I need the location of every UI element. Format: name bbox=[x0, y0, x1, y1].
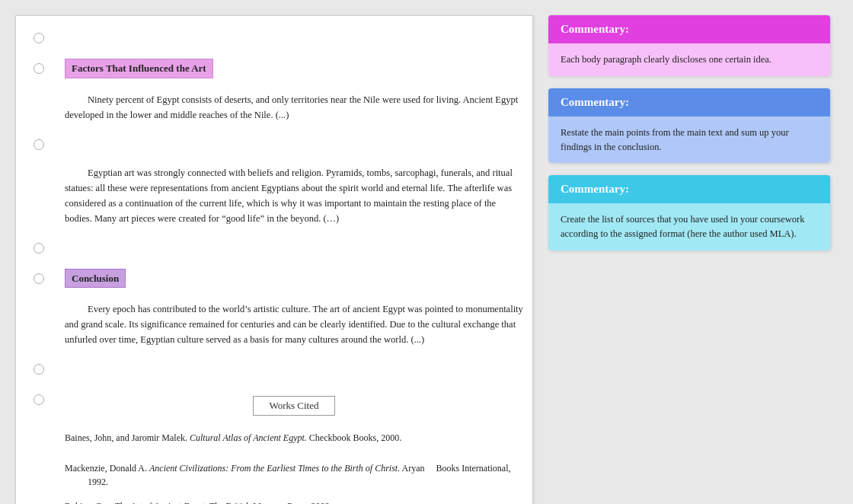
commentary-panel: Commentary: Each body paragraph clearly … bbox=[548, 15, 830, 504]
commentary-card-2: Commentary: Restate the main points from… bbox=[548, 88, 830, 164]
citation-text-normal: The British Museum Press, 2008. bbox=[207, 501, 331, 505]
commentary-body: Create the list of sources that you have… bbox=[548, 203, 830, 250]
row-content: Factors That Influenced the Art bbox=[62, 54, 532, 88]
conclusion-heading: Conclusion bbox=[65, 269, 126, 289]
row-content: Mackenzie, Donald A. Ancient Civilizatio… bbox=[62, 457, 532, 495]
citation: Robins, Gay. The Art of Ancient Egypt. T… bbox=[65, 499, 523, 505]
doc-row: Works Cited bbox=[16, 385, 532, 426]
citation-text-normal: Robins, Gay. bbox=[65, 501, 114, 505]
commentary-body: Restate the main points from the main te… bbox=[548, 116, 830, 164]
works-cited-heading: Works Cited bbox=[253, 396, 334, 416]
row-content: Conclusion bbox=[62, 264, 532, 298]
bullet-point bbox=[34, 273, 44, 284]
body-paragraph: Every epoch has contributed to the world… bbox=[65, 301, 523, 347]
row-content bbox=[62, 130, 532, 139]
doc-row bbox=[16, 234, 532, 264]
doc-row: Baines, John, and Jaromir Malek. Cultura… bbox=[16, 426, 532, 457]
citation: Mackenzie, Donald A. Ancient Civilizatio… bbox=[65, 461, 523, 489]
citation-text-normal: Mackenzie, Donald A. bbox=[65, 463, 149, 474]
row-content bbox=[62, 234, 532, 243]
citation-text-italic: Cultural Atlas of Ancient Egypt. bbox=[190, 432, 307, 443]
doc-row: Mackenzie, Donald A. Ancient Civilizatio… bbox=[16, 457, 532, 495]
bullet-column bbox=[16, 24, 62, 43]
bullet-point bbox=[34, 394, 44, 405]
bullet-column bbox=[16, 161, 62, 170]
bullet-point bbox=[34, 364, 44, 375]
body-paragraph: Egyptian art was strongly connected with… bbox=[65, 165, 523, 226]
doc-row: Ninety percent of Egypt consists of dese… bbox=[16, 88, 532, 130]
doc-row: Factors That Influenced the Art bbox=[16, 54, 532, 88]
row-content: Ninety percent of Egypt consists of dese… bbox=[62, 88, 532, 130]
bullet-column bbox=[16, 264, 62, 284]
commentary-header: Commentary: bbox=[548, 88, 830, 116]
bullet-column bbox=[16, 385, 62, 405]
citation-text-normal: Baines, John, and Jaromir Malek. bbox=[65, 432, 190, 443]
doc-row: Conclusion bbox=[16, 264, 532, 298]
bullet-column bbox=[16, 130, 62, 150]
bullet-column bbox=[16, 426, 62, 435]
doc-row: Every epoch has contributed to the world… bbox=[16, 297, 532, 355]
row-content: Works Cited bbox=[62, 385, 532, 426]
citation-text-italic: The Art of Ancient Egypt. bbox=[114, 501, 207, 505]
commentary-body: Each body paragraph clearly discloses on… bbox=[548, 43, 830, 76]
citation: Baines, John, and Jaromir Malek. Cultura… bbox=[65, 431, 523, 445]
bullet-column bbox=[16, 297, 62, 306]
commentary-header: Commentary: bbox=[548, 175, 830, 203]
bullet-column bbox=[16, 234, 62, 254]
commentary-header: Commentary: bbox=[548, 15, 830, 43]
bullet-column bbox=[16, 457, 62, 466]
bullet-point bbox=[34, 243, 44, 254]
document-panel: Factors That Influenced the Art Ninety p… bbox=[15, 15, 533, 504]
row-content: Egyptian art was strongly connected with… bbox=[62, 161, 532, 234]
bullet-column bbox=[16, 88, 62, 97]
row-content bbox=[62, 24, 532, 33]
bullet-point bbox=[34, 63, 44, 74]
doc-row bbox=[16, 355, 532, 385]
row-content bbox=[62, 355, 532, 364]
row-content: Robins, Gay. The Art of Ancient Egypt. T… bbox=[62, 495, 532, 505]
citation-text-italic: Ancient Civilizations: From the Earliest… bbox=[149, 463, 400, 474]
commentary-card-1: Commentary: Each body paragraph clearly … bbox=[548, 15, 830, 76]
bullet-column bbox=[16, 495, 62, 504]
bullet-point bbox=[34, 139, 44, 150]
bullet-column bbox=[16, 355, 62, 375]
body-paragraph: Ninety percent of Egypt consists of dese… bbox=[65, 92, 523, 123]
row-content: Baines, John, and Jaromir Malek. Cultura… bbox=[62, 426, 532, 451]
doc-row bbox=[16, 130, 532, 161]
doc-row: Robins, Gay. The Art of Ancient Egypt. T… bbox=[16, 495, 532, 505]
citation-text-normal: Checkbook Books, 2000. bbox=[307, 432, 401, 443]
doc-row: Egyptian art was strongly connected with… bbox=[16, 161, 532, 234]
bullet-column bbox=[16, 54, 62, 74]
bullet-point bbox=[34, 33, 44, 43]
section-heading: Factors That Influenced the Art bbox=[65, 59, 213, 78]
doc-row bbox=[16, 24, 532, 54]
commentary-card-3: Commentary: Create the list of sources t… bbox=[548, 175, 830, 250]
row-content: Every epoch has contributed to the world… bbox=[62, 297, 532, 355]
